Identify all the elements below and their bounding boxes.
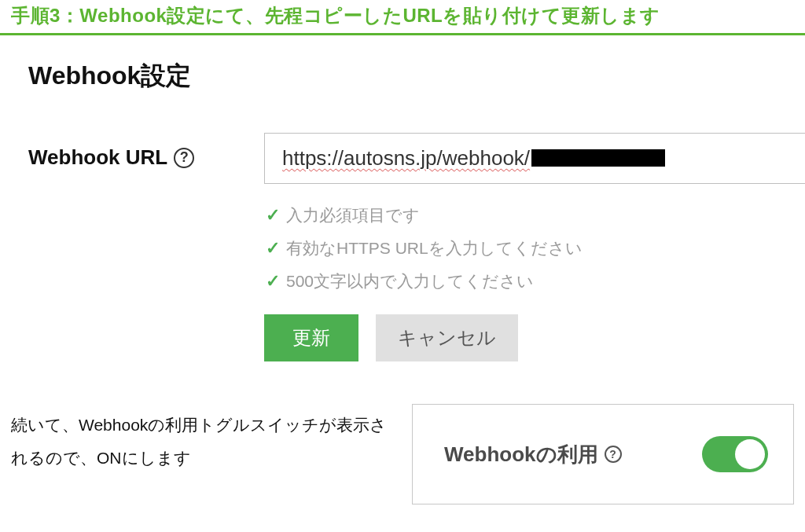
help-icon[interactable]: ? <box>605 446 622 463</box>
button-row: 更新 キャンセル <box>264 314 805 361</box>
webhook-usage-label-text: Webhookの利用 <box>444 441 598 468</box>
check-icon: ✓ <box>266 205 280 226</box>
redacted-block <box>531 149 665 167</box>
cancel-button[interactable]: キャンセル <box>376 314 518 361</box>
webhook-url-row: Webhook URL ? https://autosns.jp/webhook… <box>28 133 805 361</box>
validation-item: ✓ 500文字以内で入力してください <box>266 270 805 292</box>
check-icon: ✓ <box>266 271 280 292</box>
step-header: 手順3：Webhook設定にて、先程コピーしたURLを貼り付けて更新します <box>0 0 805 35</box>
webhook-usage-toggle[interactable] <box>702 436 768 472</box>
instruction-text: 続いて、Webhookの利用トグルスイッチが表示されるので、ONにします <box>11 404 396 475</box>
validation-text: 有効なHTTPS URLを入力してください <box>286 237 583 259</box>
toggle-knob <box>735 439 765 469</box>
webhook-url-input[interactable]: https://autosns.jp/webhook/ <box>264 133 805 184</box>
webhook-url-label-text: Webhook URL <box>28 145 167 170</box>
webhook-url-value: https://autosns.jp/webhook/ <box>282 146 530 170</box>
help-icon[interactable]: ? <box>174 148 194 168</box>
lower-section: 続いて、Webhookの利用トグルスイッチが表示されるので、ONにします Web… <box>0 404 805 504</box>
webhook-usage-label: Webhookの利用 ? <box>444 441 622 468</box>
validation-item: ✓ 入力必須項目です <box>266 204 805 226</box>
webhook-url-label: Webhook URL ? <box>28 133 264 170</box>
check-icon: ✓ <box>266 238 280 259</box>
validation-text: 入力必須項目です <box>286 204 420 226</box>
validation-item: ✓ 有効なHTTPS URLを入力してください <box>266 237 805 259</box>
validation-list: ✓ 入力必須項目です ✓ 有効なHTTPS URLを入力してください ✓ 500… <box>266 204 805 292</box>
webhook-url-input-area: https://autosns.jp/webhook/ ✓ 入力必須項目です ✓… <box>264 133 805 361</box>
section-title: Webhook設定 <box>28 59 805 94</box>
webhook-usage-card: Webhookの利用 ? <box>412 404 794 504</box>
validation-text: 500文字以内で入力してください <box>286 270 534 292</box>
update-button[interactable]: 更新 <box>264 314 358 361</box>
